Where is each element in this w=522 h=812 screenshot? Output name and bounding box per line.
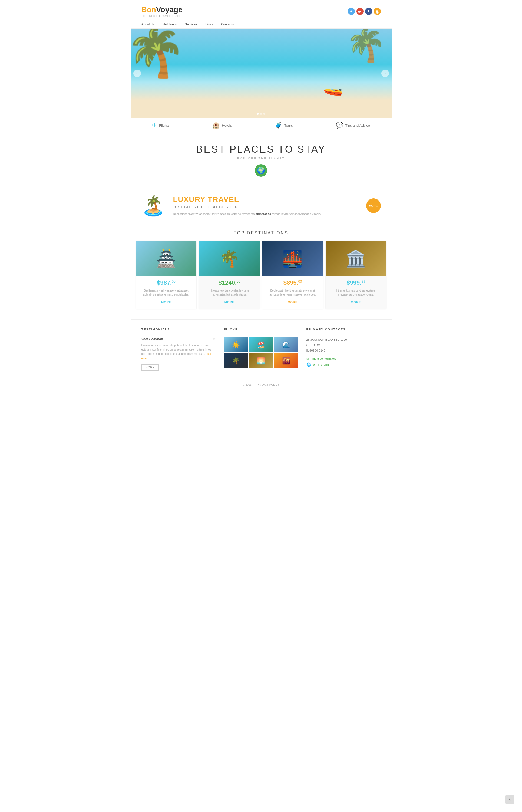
contact-address: 28 JACKSON BLVD STE 1020 CHICAGO IL 6060…	[306, 337, 381, 353]
tab-tours[interactable]: 🧳 Tours	[275, 122, 293, 129]
luxury-image: 🏝️	[141, 195, 165, 217]
site-logo: BonVoyage THE BEST TRAVEL GUIDE	[141, 5, 183, 17]
luxury-highlight: LUXURY	[173, 195, 205, 204]
nav-contacts[interactable]: Contacts	[221, 22, 234, 26]
best-places-title: BEST PLACES TO STAY	[130, 144, 392, 155]
flickr-grid: ☀️ 🏖️ 🌊 🌴 🌅 🌇	[224, 337, 298, 368]
contact-form[interactable]: 🌐 on-line form	[306, 363, 381, 367]
nav-links[interactable]: Links	[205, 22, 213, 26]
destination-desc-1: Becliegast niverit vesasety ertya aset a…	[139, 289, 194, 297]
destination-image-1: 🏯	[136, 241, 197, 276]
testimonial-author: Vera Hamilton	[141, 337, 216, 341]
hotels-label: Hotels	[222, 123, 232, 128]
luxury-title-rest: TRAVEL	[205, 195, 239, 204]
tips-label: Tips and Advice	[345, 123, 370, 128]
flights-icon: ✈	[152, 122, 157, 129]
destination-price-3: $895.00	[266, 279, 320, 286]
privacy-policy-link[interactable]: PRIVACY POLICY	[257, 383, 279, 386]
destination-card-4: 🏛️ $999.99 Htresas kuyrtas cuytrias leyr…	[326, 241, 386, 309]
destination-image-4: 🏛️	[326, 241, 386, 276]
luxury-description: Becliegast niverit vitasoserty keriya as…	[173, 212, 358, 216]
tours-icon: 🧳	[275, 122, 282, 129]
destination-desc-3: Becliegast niverit vesasety ertya aset a…	[266, 289, 320, 297]
luxury-desc-text: Becliegast niverit vitasoserty keriya as…	[173, 212, 255, 215]
destination-image-2: 🌴	[199, 241, 260, 276]
flickr-thumb-2[interactable]: 🏖️	[249, 337, 273, 352]
tours-label: Tours	[284, 123, 293, 128]
top-destinations-section: TOP DESTINATIONS 🏯 $987.00 Becliegast ni…	[130, 225, 392, 320]
hero-dot-3[interactable]	[263, 113, 265, 115]
destination-info-4: $999.99 Htresas kuyrtas cuytrias leyrter…	[326, 276, 386, 309]
best-places-subtitle: EXPLORE THE PLANET	[130, 157, 392, 160]
form-icon: 🌐	[306, 363, 311, 367]
destination-more-3[interactable]: MORE	[287, 299, 298, 305]
flickr-thumb-3[interactable]: 🌊	[274, 337, 298, 352]
luxury-content: LUXURY TRAVEL JUST GOT A LITTLE BIT CHEA…	[173, 195, 358, 216]
hotels-icon: 🏨	[212, 122, 220, 129]
flickr-section: FLICKR ☀️ 🏖️ 🌊 🌴 🌅 🌇	[224, 328, 298, 370]
top-destinations-title: TOP DESTINATIONS	[136, 231, 386, 235]
hero-dot-1[interactable]	[257, 113, 259, 115]
hero-boat-emoji: 🚤	[323, 77, 343, 96]
luxury-subtitle: JUST GOT A LITTLE BIT CHEAPER	[173, 205, 358, 209]
facebook-icon[interactable]: f	[365, 8, 372, 15]
luxury-desc-bold: eniptaades	[256, 212, 271, 215]
testimonials-title: TESTIMONIALS	[141, 328, 216, 333]
nav-links: About Us Hot Tours Services Links Contac…	[141, 22, 234, 26]
destination-desc-2: Htresas kuyrtas cuytrias leyrterte muyas…	[202, 289, 256, 297]
destination-price-2: $1240.00	[202, 279, 256, 286]
luxury-desc-rest: sytoas ieyrterteirias tlytrasade virosia…	[271, 212, 321, 215]
hero-dots	[257, 113, 265, 115]
testimonials-section: TESTIMONIALS ❞ Vera Hamilton Dasnim ad m…	[141, 328, 216, 370]
logo-tagline: THE BEST TRAVEL GUIDE	[141, 15, 183, 17]
contact-email[interactable]: ✉ info@demolink.org	[306, 356, 381, 361]
social-icons-group: ✈ g+ f ◉	[348, 8, 381, 15]
destination-info-3: $895.00 Becliegast niverit vesasety erty…	[262, 276, 323, 309]
destination-more-1[interactable]: MORE	[161, 299, 171, 305]
luxury-more-button[interactable]: MORE	[366, 198, 381, 213]
globe-icon: 🌍	[255, 164, 267, 177]
form-link: on-line form	[313, 363, 329, 366]
destination-desc-4: Htresas kuyrtas cuytrias leyrterte muyas…	[329, 289, 383, 297]
flickr-thumb-4[interactable]: 🌴	[224, 353, 248, 368]
destination-card-2: 🌴 $1240.00 Htresas kuyrtas cuytrias leyr…	[199, 241, 260, 309]
destination-more-2[interactable]: MORE	[224, 299, 235, 305]
twitter-icon[interactable]: ✈	[348, 8, 355, 15]
tab-hotels[interactable]: 🏨 Hotels	[212, 122, 232, 129]
nav-hot-tours[interactable]: Hot Tours	[163, 22, 177, 26]
destination-info-1: $987.00 Becliegast niverit vesasety erty…	[136, 276, 197, 309]
flickr-thumb-1[interactable]: ☀️	[224, 337, 248, 352]
nav-about[interactable]: About Us	[141, 22, 155, 26]
copyright: © 2013	[243, 383, 252, 386]
email-icon: ✉	[306, 356, 310, 361]
main-nav: About Us Hot Tours Services Links Contac…	[130, 20, 392, 29]
hero-slider: 🚤 ‹ ›	[130, 29, 392, 118]
destination-more-4[interactable]: MORE	[351, 299, 361, 305]
logo-bon: Bon	[141, 5, 156, 14]
hero-next-button[interactable]: ›	[381, 70, 389, 77]
best-places-section: BEST PLACES TO STAY EXPLORE THE PLANET 🌍	[130, 133, 392, 187]
hero-prev-button[interactable]: ‹	[133, 70, 141, 77]
google-plus-icon[interactable]: g+	[357, 8, 363, 15]
destination-price-1: $987.00	[139, 279, 194, 286]
hero-dot-2[interactable]	[260, 113, 262, 115]
destinations-grid: 🏯 $987.00 Becliegast niverit vesasety er…	[136, 241, 386, 309]
destination-info-2: $1240.00 Htresas kuyrtas cuytrias leyrte…	[199, 276, 260, 309]
flights-label: Flights	[159, 123, 169, 128]
logo-voyage: Voyage	[156, 5, 183, 14]
tips-icon: 💬	[336, 122, 343, 129]
testimonial-text: Dasnim ad minim wsnes kuphtnus tuberlosu…	[141, 343, 216, 361]
contacts-section: PRIMARY CONTACTS 28 JACKSON BLVD STE 102…	[306, 328, 381, 370]
flickr-thumb-5[interactable]: 🌅	[249, 353, 273, 368]
tab-flights[interactable]: ✈ Flights	[152, 122, 169, 129]
contacts-title: PRIMARY CONTACTS	[306, 328, 381, 333]
nav-services[interactable]: Services	[185, 22, 197, 26]
destination-card-1: 🏯 $987.00 Becliegast niverit vesasety er…	[136, 241, 197, 309]
testimonials-more-button[interactable]: MORE	[141, 364, 159, 370]
rss-icon[interactable]: ◉	[374, 8, 381, 15]
tab-tips[interactable]: 💬 Tips and Advice	[336, 122, 370, 129]
quote-icon: ❞	[213, 337, 216, 344]
flickr-title: FLICKR	[224, 328, 298, 333]
flickr-thumb-6[interactable]: 🌇	[274, 353, 298, 368]
bottom-footer: © 2013 PRIVACY POLICY	[130, 379, 392, 391]
